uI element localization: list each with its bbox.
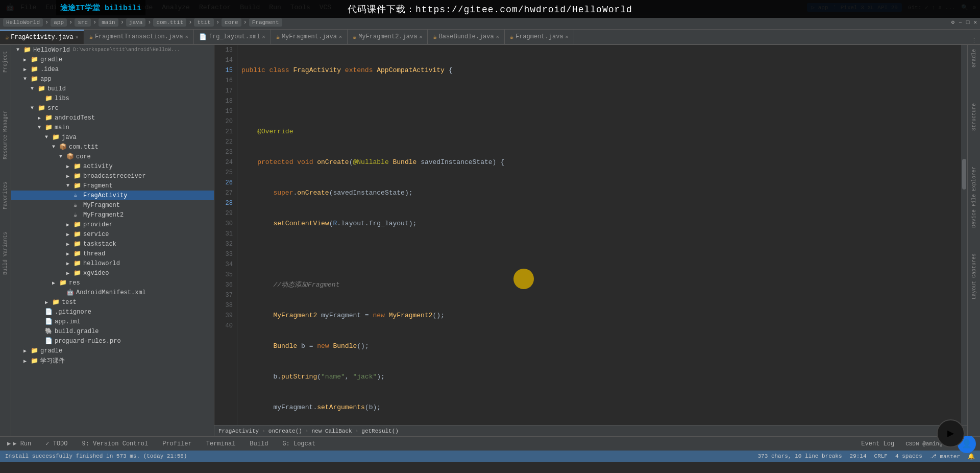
terminal-label: Terminal [206,440,236,447]
tab-basebundle[interactable]: ☕ BaseBundle.java ✕ [428,30,504,44]
build-variants-label[interactable]: Build Variants [2,230,9,277]
tree-gradle-bottom[interactable]: ▶ 📁 gradle [11,346,214,356]
tab-close-frglayout[interactable]: ✕ [262,34,265,40]
breadcrumb-fragment[interactable]: Fragment [249,18,282,27]
tree-core[interactable]: ▼ 📦 core [11,152,214,161]
tree-main[interactable]: ▼ 📁 main [11,123,214,132]
tree-helloworld-pkg[interactable]: ▶ 📁 helloworld [11,258,214,268]
tab-close-myfragment[interactable]: ✕ [339,34,342,40]
breadcrumb-app[interactable]: app [51,18,67,27]
tab-fragment[interactable]: ☕ Fragment.java ✕ [505,30,574,44]
nav-oncreate[interactable]: onCreate() [268,428,302,434]
tree-test[interactable]: ▶ 📁 test [11,297,214,307]
breadcrumb-helloworld[interactable]: HelloWorld [3,18,43,27]
menu-build[interactable]: Build [236,3,264,12]
floating-play-button[interactable]: ▶ [937,419,965,447]
tree-buildgradle[interactable]: 🐘 build.gradle [11,326,214,336]
gear-icon[interactable]: ⚙ [951,19,955,26]
layout-captures-label[interactable]: Layout Captures [969,251,979,301]
tree-fragment-folder[interactable]: ▼ 📁 Fragment [11,181,214,191]
profiler-label: Profiler [162,440,192,447]
vc-label: 9: Version Control [82,440,149,447]
search-icon[interactable]: 🔍 [961,4,968,11]
nav-getresult[interactable]: getResult() [361,428,399,434]
code-content-area[interactable]: 13 14 15 16 17 18 19 20 21 22 23 24 25 2… [214,45,967,425]
eventlog-label: Event Log [861,440,894,447]
project-panel-label[interactable]: Project [2,49,9,75]
tab-myfragment2[interactable]: ☕ MyFragment2.java ✕ [348,30,428,44]
tree-appiml[interactable]: 📄 app.iml [11,317,214,326]
menu-vcs[interactable]: VCS [315,3,335,12]
left-tool-strip: Project Resource Manager Favorites Build… [0,45,11,436]
tree-provider[interactable]: ▶ 📁 provider [11,220,214,229]
tab-close-fragactivity[interactable]: ✕ [76,34,79,40]
breadcrumb-comttit[interactable]: com.ttit [153,18,186,27]
structure-panel-label[interactable]: Structure [969,101,979,133]
nav-fragactivity[interactable]: FragActivity [218,428,259,434]
tab-close-fragment[interactable]: ✕ [566,34,569,40]
tree-src[interactable]: ▼ 📁 src [11,103,214,113]
menu-refactor[interactable]: Refactor [195,3,235,12]
profiler-button[interactable]: Profiler [159,439,195,448]
breadcrumb-src[interactable]: src [75,18,91,27]
tree-myfragment2[interactable]: ☕ MyFragment2 [11,210,214,220]
tree-gradle-top[interactable]: ▶ 📁 gradle [11,55,214,64]
tab-fragactivity[interactable]: ☕ FragActivity.java ✕ [0,30,84,44]
menu-analyze[interactable]: Analyze [158,3,194,12]
tree-proguard[interactable]: 📄 proguard-rules.pro [11,336,214,346]
menu-tools[interactable]: Tools [286,3,314,12]
device-file-explorer-label[interactable]: Device File Explorer [969,164,979,230]
tab-close-fragmenttransaction[interactable]: ✕ [185,34,188,40]
tree-app[interactable]: ▼ 📁 app [11,74,214,84]
tree-res[interactable]: ▶ 📁 res [11,278,214,288]
tree-libs[interactable]: 📁 libs [11,93,214,103]
terminal-button[interactable]: Terminal [203,439,239,448]
tab-fragmenttransaction[interactable]: ☕ FragmentTransaction.java ✕ [84,30,194,44]
favorites-label[interactable]: Favorites [2,180,9,211]
tree-androidtest[interactable]: ▶ 📁 androidTest [11,113,214,123]
recent-files-icon[interactable]: ⋮ [971,37,977,44]
tree-fragactivity[interactable]: ☕ FragActivity [11,191,214,200]
run-button[interactable]: ▶ ▶ Run [4,439,34,448]
editor-scrollbar[interactable] [961,45,967,425]
tab-close-myfragment2[interactable]: ✕ [419,34,422,40]
tree-comttit[interactable]: ▼ 📦 com.ttit [11,142,214,152]
build-button[interactable]: Build [247,439,271,448]
settings-icon[interactable]: ⚙ [972,4,976,11]
maximize-icon[interactable]: □ [966,19,970,26]
minus-icon[interactable]: − [959,19,962,26]
tab-frglayout[interactable]: 📄 frg_layout.xml ✕ [194,30,271,44]
tree-idea[interactable]: ▶ 📁 .idea [11,64,214,74]
menu-run[interactable]: Run [265,3,285,12]
tree-helloworld[interactable]: ▼ 📁 HelloWorld D:\workspace\ttit\android… [11,45,214,55]
tree-java[interactable]: ▼ 📁 java [11,132,214,142]
todo-button[interactable]: ✓ TODO [42,439,70,448]
breadcrumb-java[interactable]: java [126,18,145,27]
menu-file[interactable]: File [16,3,40,12]
tree-xuexikejian[interactable]: ▶ 📁 学习课件 [11,356,214,366]
version-control-button[interactable]: 9: Version Control [79,439,152,448]
event-log-button[interactable]: Event Log [858,439,897,448]
tree-xgvideo[interactable]: ▶ 📁 xgvideo [11,268,214,278]
gradle-panel-label[interactable]: Gradle [969,47,979,69]
nav-new-callback[interactable]: new CallBack [311,428,352,434]
breadcrumb-core[interactable]: core [222,18,241,27]
tree-service[interactable]: ▶ 📁 service [11,229,214,239]
breadcrumb-main[interactable]: main [99,18,118,27]
logcat-button[interactable]: G: Logcat [279,439,318,448]
tree-broadcastreceiver[interactable]: ▶ 📁 broadcastreceiver [11,171,214,181]
tab-myfragment[interactable]: ☕ MyFragment.java ✕ [271,30,348,44]
breadcrumb-ttit[interactable]: ttit [194,18,213,27]
tree-build[interactable]: ▼ 📁 build [11,84,214,93]
tree-taskstack[interactable]: ▶ 📁 taskstack [11,239,214,249]
tree-gitignore[interactable]: 📄 .gitignore [11,307,214,317]
tab-close-basebundle[interactable]: ✕ [496,34,499,40]
tree-activity[interactable]: ▶ 📁 activity [11,161,214,171]
tree-androidmanifest[interactable]: 🤖 AndroidManifest.xml [11,288,214,297]
code-text[interactable]: public class FragActivity extends AppCom… [237,45,961,425]
tree-thread[interactable]: ▶ 📁 thread [11,249,214,258]
close-window-icon[interactable]: ✕ [973,19,977,26]
status-message: Install successfully finished in 573 ms.… [5,453,187,459]
tree-myfragment[interactable]: ☕ MyFragment [11,200,214,210]
resource-manager-label[interactable]: Resource Manager [2,108,9,161]
